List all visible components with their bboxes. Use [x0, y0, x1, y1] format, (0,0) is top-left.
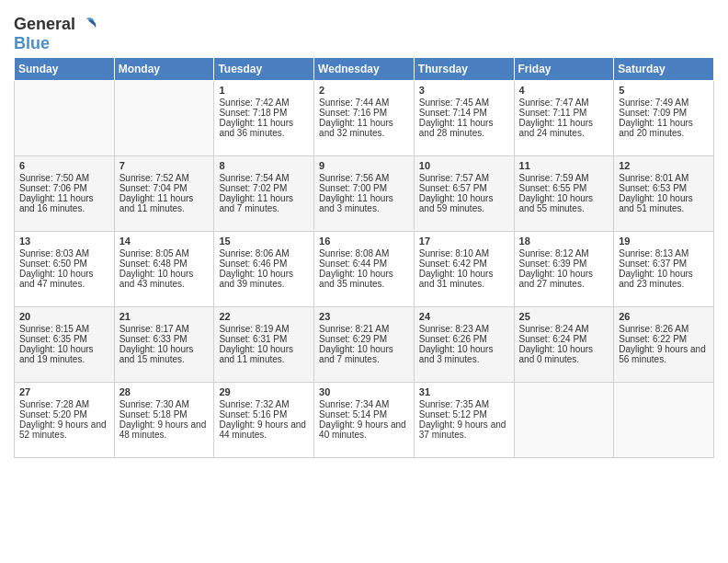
sunrise-text: Sunrise: 8:05 AM [119, 248, 210, 259]
daylight-text: Daylight: 10 hours and 19 minutes. [19, 344, 109, 364]
day-number: 24 [419, 311, 509, 322]
day-cell: 5Sunrise: 7:49 AMSunset: 7:09 PMDaylight… [614, 80, 714, 155]
col-header-wednesday: Wednesday [314, 57, 415, 80]
day-cell: 12Sunrise: 8:01 AMSunset: 6:53 PMDayligh… [614, 155, 714, 231]
daylight-text: Daylight: 9 hours and 40 minutes. [319, 419, 409, 440]
daylight-text: Daylight: 10 hours and 3 minutes. [419, 344, 509, 364]
daylight-text: Daylight: 10 hours and 43 minutes. [119, 269, 210, 289]
sunrise-text: Sunrise: 7:49 AM [619, 98, 709, 108]
header-row: SundayMondayTuesdayWednesdayThursdayFrid… [15, 57, 714, 80]
daylight-text: Daylight: 11 hours and 28 minutes. [419, 118, 509, 138]
day-number: 15 [219, 236, 309, 247]
day-number: 7 [119, 160, 210, 171]
sunset-text: Sunset: 6:24 PM [519, 334, 609, 344]
sunset-text: Sunset: 5:18 PM [119, 409, 210, 419]
day-cell: 17Sunrise: 8:10 AMSunset: 6:42 PMDayligh… [414, 231, 514, 306]
sunset-text: Sunset: 7:06 PM [19, 183, 109, 193]
daylight-text: Daylight: 10 hours and 55 minutes. [519, 193, 609, 213]
col-header-tuesday: Tuesday [214, 57, 314, 80]
calendar-table: SundayMondayTuesdayWednesdayThursdayFrid… [14, 57, 714, 458]
daylight-text: Daylight: 10 hours and 47 minutes. [19, 269, 109, 289]
daylight-text: Daylight: 11 hours and 16 minutes. [19, 193, 109, 213]
day-cell: 8Sunrise: 7:54 AMSunset: 7:02 PMDaylight… [214, 155, 314, 231]
sunrise-text: Sunrise: 8:19 AM [219, 324, 309, 334]
day-number: 10 [419, 160, 509, 171]
day-cell: 1Sunrise: 7:42 AMSunset: 7:18 PMDaylight… [214, 80, 314, 155]
sunset-text: Sunset: 6:26 PM [419, 334, 509, 344]
day-number: 9 [319, 160, 409, 171]
sunrise-text: Sunrise: 7:57 AM [419, 173, 509, 183]
col-header-monday: Monday [114, 57, 214, 80]
daylight-text: Daylight: 11 hours and 3 minutes. [319, 193, 409, 213]
day-number: 19 [619, 236, 709, 247]
day-number: 6 [19, 160, 109, 171]
col-header-sunday: Sunday [15, 57, 115, 80]
sunrise-text: Sunrise: 7:32 AM [219, 399, 309, 409]
day-cell: 2Sunrise: 7:44 AMSunset: 7:16 PMDaylight… [314, 80, 415, 155]
day-number: 26 [619, 311, 709, 322]
logo-text-blue: Blue [14, 35, 50, 53]
sunset-text: Sunset: 7:04 PM [119, 183, 210, 193]
day-number: 16 [319, 236, 409, 247]
day-cell: 10Sunrise: 7:57 AMSunset: 6:57 PMDayligh… [414, 155, 514, 231]
daylight-text: Daylight: 11 hours and 11 minutes. [119, 193, 210, 213]
daylight-text: Daylight: 9 hours and 48 minutes. [119, 419, 210, 440]
day-cell: 14Sunrise: 8:05 AMSunset: 6:48 PMDayligh… [114, 231, 214, 306]
sunrise-text: Sunrise: 8:03 AM [19, 248, 109, 259]
day-number: 13 [19, 236, 109, 247]
daylight-text: Daylight: 11 hours and 36 minutes. [219, 118, 309, 138]
day-number: 8 [219, 160, 309, 171]
daylight-text: Daylight: 9 hours and 37 minutes. [419, 419, 509, 440]
sunset-text: Sunset: 7:09 PM [619, 108, 709, 118]
week-row-3: 13Sunrise: 8:03 AMSunset: 6:50 PMDayligh… [15, 231, 714, 306]
daylight-text: Daylight: 10 hours and 27 minutes. [519, 269, 609, 289]
sunset-text: Sunset: 7:18 PM [219, 108, 309, 118]
week-row-1: 1Sunrise: 7:42 AMSunset: 7:18 PMDaylight… [15, 80, 714, 155]
sunrise-text: Sunrise: 7:44 AM [319, 98, 409, 108]
day-cell: 29Sunrise: 7:32 AMSunset: 5:16 PMDayligh… [214, 382, 314, 457]
day-number: 21 [119, 311, 210, 322]
sunset-text: Sunset: 7:02 PM [219, 183, 309, 193]
day-cell: 25Sunrise: 8:24 AMSunset: 6:24 PMDayligh… [514, 306, 614, 382]
daylight-text: Daylight: 11 hours and 7 minutes. [219, 193, 309, 213]
daylight-text: Daylight: 10 hours and 51 minutes. [619, 193, 709, 213]
day-cell: 27Sunrise: 7:28 AMSunset: 5:20 PMDayligh… [15, 382, 115, 457]
daylight-text: Daylight: 9 hours and 44 minutes. [219, 419, 309, 440]
daylight-text: Daylight: 11 hours and 20 minutes. [619, 118, 709, 138]
day-number: 2 [319, 85, 409, 96]
sunset-text: Sunset: 6:29 PM [319, 334, 409, 344]
sunrise-text: Sunrise: 8:08 AM [319, 248, 409, 259]
day-cell: 19Sunrise: 8:13 AMSunset: 6:37 PMDayligh… [614, 231, 714, 306]
daylight-text: Daylight: 10 hours and 35 minutes. [319, 269, 409, 289]
day-cell [15, 80, 115, 155]
sunset-text: Sunset: 6:37 PM [619, 259, 709, 269]
sunrise-text: Sunrise: 8:15 AM [19, 324, 109, 334]
daylight-text: Daylight: 10 hours and 59 minutes. [419, 193, 509, 213]
sunset-text: Sunset: 6:22 PM [619, 334, 709, 344]
day-cell: 28Sunrise: 7:30 AMSunset: 5:18 PMDayligh… [114, 382, 214, 457]
logo-bird-icon [77, 15, 97, 35]
sunset-text: Sunset: 6:48 PM [119, 259, 210, 269]
day-number: 22 [219, 311, 309, 322]
sunset-text: Sunset: 7:11 PM [519, 108, 609, 118]
day-cell [514, 382, 614, 457]
day-cell: 20Sunrise: 8:15 AMSunset: 6:35 PMDayligh… [15, 306, 115, 382]
sunset-text: Sunset: 6:35 PM [19, 334, 109, 344]
sunrise-text: Sunrise: 8:24 AM [519, 324, 609, 334]
day-number: 30 [319, 386, 409, 397]
day-number: 3 [419, 85, 509, 96]
sunrise-text: Sunrise: 7:50 AM [19, 173, 109, 183]
sunrise-text: Sunrise: 8:23 AM [419, 324, 509, 334]
sunset-text: Sunset: 6:42 PM [419, 259, 509, 269]
header: General Blue [14, 9, 714, 53]
sunset-text: Sunset: 6:55 PM [519, 183, 609, 193]
sunset-text: Sunset: 6:31 PM [219, 334, 309, 344]
day-cell: 4Sunrise: 7:47 AMSunset: 7:11 PMDaylight… [514, 80, 614, 155]
week-row-5: 27Sunrise: 7:28 AMSunset: 5:20 PMDayligh… [15, 382, 714, 457]
sunset-text: Sunset: 6:53 PM [619, 183, 709, 193]
day-cell: 11Sunrise: 7:59 AMSunset: 6:55 PMDayligh… [514, 155, 614, 231]
col-header-thursday: Thursday [414, 57, 514, 80]
sunrise-text: Sunrise: 8:13 AM [619, 248, 709, 259]
col-header-saturday: Saturday [614, 57, 714, 80]
sunrise-text: Sunrise: 7:56 AM [319, 173, 409, 183]
